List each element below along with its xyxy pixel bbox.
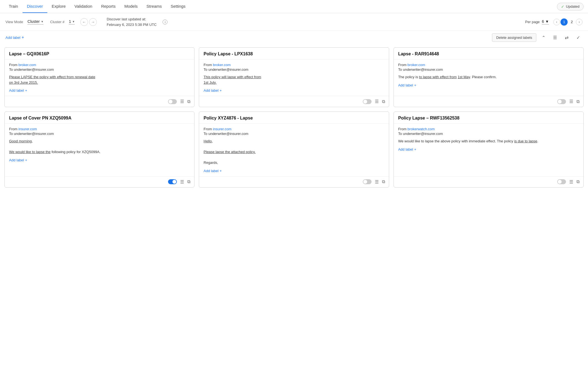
card-card3: Lapse - RAR914648 From broker.com To und… — [394, 47, 584, 107]
card-add-label-button[interactable]: Add label + — [9, 158, 190, 162]
card-header: Policy XYZ4876 - Lapse — [199, 112, 389, 124]
card-to: To underwriter@insurer.com — [9, 67, 190, 72]
last-updated-line1: Discover last updated at: — [107, 17, 156, 22]
cluster-prev-button[interactable]: ← — [80, 18, 88, 26]
check-all-icon-button[interactable]: ✓ — [574, 33, 582, 42]
card-list-icon[interactable]: ☰ — [569, 99, 573, 104]
page-next-button[interactable]: › — [576, 19, 582, 25]
card-text: This policy will lapse with effect from1… — [204, 74, 384, 85]
card-add-label-plus-icon: + — [220, 169, 222, 173]
card-add-label-button[interactable]: Add label + — [9, 88, 190, 93]
card-from-link[interactable]: broker.com — [408, 63, 425, 67]
card-list-icon[interactable]: ☰ — [569, 179, 573, 184]
add-label-text: Add label — [6, 36, 20, 40]
card-open-icon[interactable]: ⧉ — [382, 179, 385, 184]
card-from-link[interactable]: insurer.com — [213, 127, 231, 131]
card-toggle[interactable] — [557, 179, 566, 184]
card-add-label-text: Add label — [9, 158, 24, 162]
nav-item-train[interactable]: Train — [4, 0, 23, 13]
nav-item-settings[interactable]: Settings — [166, 0, 190, 13]
card-from-link[interactable]: broker.com — [18, 63, 36, 67]
nav-item-discover[interactable]: Discover — [23, 0, 47, 13]
list-view-icon-button[interactable]: ☰ — [551, 33, 559, 42]
cards-grid: Lapse – GQX0616P From broker.com To unde… — [0, 43, 588, 192]
card-header: Policy Lapse – RWF13562538 — [394, 112, 583, 124]
card-title: Lapse – GQX0616P — [9, 51, 190, 56]
card-text: Hello,Please lapse the attached policy.R… — [204, 139, 384, 165]
per-page-label: Per page — [525, 20, 540, 24]
check-icon: ✓ — [561, 4, 564, 9]
toolbar: View Mode Cluster ▼ Cluster # 1 ▼ ← → Di… — [0, 13, 588, 31]
card-toggle[interactable] — [363, 99, 372, 104]
action-bar: Add label + Delete assigned labels ⌃ ☰ ⇄… — [0, 31, 588, 43]
card-open-icon[interactable]: ⧉ — [187, 179, 190, 184]
add-label-button[interactable]: Add label + — [6, 35, 24, 40]
card-footer: ☰ ⧉ — [394, 96, 583, 107]
card-from-link[interactable]: brokerwatch.com — [408, 127, 435, 131]
card-body: From insurer.com To underwriter@insurer.… — [199, 124, 389, 176]
card-add-label-plus-icon: + — [25, 158, 27, 162]
nav-item-validation[interactable]: Validation — [70, 0, 97, 13]
nav-item-reports[interactable]: Reports — [97, 0, 120, 13]
cluster-number-dropdown[interactable]: 1 ▼ — [69, 19, 75, 25]
add-label-plus-icon: + — [21, 35, 24, 40]
cluster-mode-dropdown[interactable]: Cluster ▼ — [28, 19, 43, 25]
page-prev-button[interactable]: ‹ — [553, 19, 560, 25]
page-2-button[interactable]: 2 — [568, 18, 575, 26]
cluster-next-button[interactable]: → — [89, 18, 97, 26]
card-toggle[interactable] — [168, 179, 177, 184]
card-add-label-text: Add label — [398, 147, 413, 151]
card-from: From insurer.com — [9, 127, 190, 131]
card-open-icon[interactable]: ⧉ — [576, 99, 579, 104]
card-card1: Lapse – GQX0616P From broker.com To unde… — [4, 47, 194, 107]
card-open-icon[interactable]: ⧉ — [187, 99, 190, 104]
per-page-caret: ▼ — [545, 19, 549, 24]
nav-item-models[interactable]: Models — [120, 0, 142, 13]
card-add-label-button[interactable]: Add label + — [398, 147, 579, 151]
card-toggle[interactable] — [363, 179, 372, 184]
card-add-label-plus-icon: + — [414, 83, 416, 87]
card-to: To underwriter@insurer.com — [398, 132, 579, 136]
card-from: From broker.com — [398, 63, 579, 67]
card-header: Lapse of Cover PN XZQ5099A — [5, 112, 194, 124]
card-header: Lapse – GQX0616P — [5, 48, 194, 59]
nav-item-explore[interactable]: Explore — [47, 0, 70, 13]
card-footer: ☰ ⧉ — [394, 176, 583, 187]
card-footer: ☰ ⧉ — [5, 96, 194, 107]
cluster-mode-caret: ▼ — [41, 20, 43, 23]
info-icon[interactable]: i — [163, 20, 167, 25]
transfer-icon-button[interactable]: ⇄ — [562, 33, 571, 42]
card-to: To underwriter@insurer.com — [204, 132, 384, 136]
per-page-select[interactable]: 6 ▼ — [542, 19, 549, 25]
card-list-icon[interactable]: ☰ — [375, 179, 379, 184]
collapse-icon-button[interactable]: ⌃ — [539, 33, 548, 42]
card-body: From broker.com To underwriter@insurer.c… — [5, 59, 194, 96]
card-add-label-button[interactable]: Add label + — [204, 169, 384, 173]
delete-labels-button[interactable]: Delete assigned labels — [492, 33, 536, 42]
card-add-label-button[interactable]: Add label + — [398, 83, 579, 87]
card-body: From insurer.com To underwriter@insurer.… — [5, 124, 194, 176]
last-updated-info: Discover last updated at: February 6, 20… — [107, 17, 156, 27]
card-title: Lapse of Cover PN XZQ5099A — [9, 116, 190, 121]
card-from-link[interactable]: insurer.com — [18, 127, 37, 131]
card-list-icon[interactable]: ☰ — [180, 99, 184, 104]
card-card5: Policy XYZ4876 - Lapse From insurer.com … — [199, 112, 389, 188]
card-to: To underwriter@insurer.com — [398, 67, 579, 72]
card-from: From broker.com — [204, 63, 384, 67]
card-toggle[interactable] — [168, 99, 177, 104]
card-add-label-plus-icon: + — [25, 88, 27, 93]
card-header: Lapse - RAR914648 — [394, 48, 583, 59]
card-card6: Policy Lapse – RWF13562538 From brokerwa… — [394, 112, 584, 188]
card-open-icon[interactable]: ⧉ — [382, 99, 385, 104]
card-list-icon[interactable]: ☰ — [180, 179, 184, 184]
card-add-label-button[interactable]: Add label + — [204, 88, 384, 93]
card-footer: ☰ ⧉ — [5, 176, 194, 187]
nav-item-streams[interactable]: Streams — [142, 0, 166, 13]
card-toggle[interactable] — [557, 99, 566, 104]
page-1-button[interactable]: 1 — [560, 18, 568, 26]
card-list-icon[interactable]: ☰ — [375, 99, 379, 104]
card-body: From broker.com To underwriter@insurer.c… — [199, 59, 389, 96]
card-text: Good morning,We would like to lapse the … — [9, 139, 190, 155]
card-from-link[interactable]: broker.com — [213, 63, 230, 67]
card-open-icon[interactable]: ⧉ — [576, 179, 579, 184]
